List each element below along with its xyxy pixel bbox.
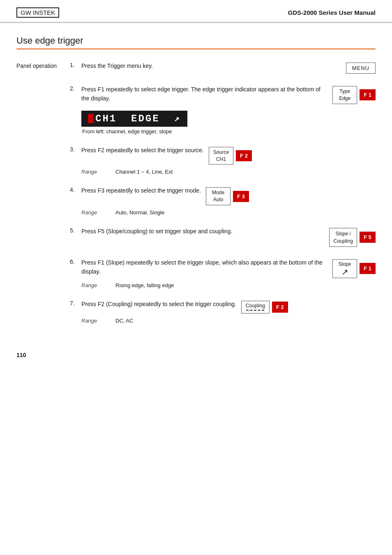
step-2-keys: Type Edge F 1 [332,86,376,104]
range-value-4: Auto, Normal, Single [115,209,164,216]
slope-coupling-key: Slope / Coupling [329,228,357,247]
step-1-number: 1. [70,62,81,68]
steps-container: 1. Press the Trigger menu key. MENU 2. [70,62,376,335]
step-6-number: 6. [70,258,81,265]
range-label-7: Range [81,318,104,324]
step-7-range: Range DC, AC [81,318,133,324]
slope-symbol: ↗ [174,114,180,124]
step-6-row: Press F1 (Slope) repeatedly to select th… [81,258,376,278]
coupling-line-icon [246,310,264,311]
step-3-text: Press F2 repeatedly to select the trigge… [81,146,204,155]
step-6-body: Press F1 (Slope) repeatedly to select th… [81,258,376,288]
step-3-range: Range Channel 1 ~ 4, Line, Ext [81,169,173,175]
step-7: 7. Press F2 (Coupling) repeatedly to sel… [70,300,376,324]
step-2-number: 2. [70,85,81,92]
step-5: 5. Press F5 (Slope/coupling) to set trig… [70,227,376,247]
mode-auto-key: Mode Auto [206,187,231,205]
step-7-row: Press F2 (Coupling) repeatedly to select… [81,300,288,313]
range-label-3: Range [81,169,104,175]
step-1-keys: MENU [346,63,376,74]
step-4-text: Press F3 repeatedly to select the trigge… [81,186,201,195]
step-4-row: Press F3 repeatedly to select the trigge… [81,186,249,205]
step-6-text: Press F1 (Slope) repeatedly to select th… [81,258,327,276]
step-4-body: Press F3 repeatedly to select the trigge… [81,186,376,216]
main-content: Panel operation 1. Press the Trigger men… [16,62,376,335]
step-6: 6. Press F1 (Slope) repeatedly to select… [70,258,376,288]
f5-button: F 5 [360,232,376,243]
step-4-range: Range Auto, Normal, Single [81,209,164,216]
slope-rising-icon: ↗ [337,268,353,276]
step-4: 4. Press F3 repeatedly to select the tri… [70,186,376,216]
step-7-body: Press F2 (Coupling) repeatedly to select… [81,300,376,324]
step-3-number: 3. [70,146,81,153]
step-1-text: Press the Trigger menu key. [81,62,341,71]
step-7-keys: Coupling F 2 [241,301,288,313]
step-3-keys: Source CH1 F 2 [209,147,252,165]
step-2-text: Press F1 repeatedly to select edge trigg… [81,85,327,103]
source-ch1-key: Source CH1 [209,147,233,165]
step-3-row: Press F2 repeatedly to select the trigge… [81,146,252,165]
logo-text: GW INSTEK [21,9,55,16]
step-3: 3. Press F2 repeatedly to select the tri… [70,146,376,175]
f3-button: F 3 [233,191,249,202]
step-6-keys: Slope ↗ F 1 [332,259,376,278]
display-caption: From left: channel, edge trigger, slope [82,128,187,135]
step-5-body: Press F5 (Slope/coupling) to set trigger… [81,227,376,247]
step-7-text: Press F2 (Coupling) repeatedly to select… [81,300,236,309]
edge-indicator-container: CH1 EDGE ↗ From left: channel, edge trig… [81,107,187,135]
f2-coupling-button: F 2 [272,302,288,313]
f2-button: F 2 [236,150,252,161]
step-2: 2. Press F1 repeatedly to select edge tr… [70,85,376,135]
range-value-6: Rising edge, falling edge [115,282,174,288]
step-6-range: Range Rising edge, falling edge [81,282,174,288]
step-4-number: 4. [70,186,81,193]
menu-key: MENU [346,63,376,74]
page-content: Use edge trigger Panel operation 1. Pres… [0,23,392,375]
panel-operation-label: Panel operation [16,62,70,335]
coupling-key: Coupling [241,301,270,313]
f1-slope-button: F 1 [360,263,376,274]
slope-key: Slope ↗ [332,259,357,278]
range-label-6: Range [81,282,104,288]
step-1-body: Press the Trigger menu key. MENU [81,62,376,74]
step-1: 1. Press the Trigger menu key. MENU [70,62,376,74]
ch-indicator [88,114,94,123]
step-3-body: Press F2 repeatedly to select the trigge… [81,146,376,175]
step-5-keys: Slope / Coupling F 5 [329,228,376,247]
range-label-4: Range [81,209,104,216]
step-5-text: Press F5 (Slope/coupling) to set trigger… [81,227,324,236]
step-4-keys: Mode Auto F 3 [206,187,249,205]
step-2-body: Press F1 repeatedly to select edge trigg… [81,85,376,135]
step-5-number: 5. [70,227,81,234]
step-7-number: 7. [70,300,81,307]
step-2-row: Press F1 repeatedly to select edge trigg… [81,85,376,104]
manual-title: GDS-2000 Series User Manual [288,9,376,16]
f1-button: F 1 [360,89,376,100]
section-title: Use edge trigger [16,35,376,49]
page-header: GW INSTEK GDS-2000 Series User Manual [0,0,392,23]
page-number: 110 [16,352,376,358]
range-value-3: Channel 1 ~ 4, Line, Ext [115,169,173,175]
logo: GW INSTEK [16,7,59,18]
type-edge-key: Type Edge [332,86,357,104]
range-value-7: DC, AC [115,318,133,324]
edge-display: CH1 EDGE ↗ [81,111,187,127]
